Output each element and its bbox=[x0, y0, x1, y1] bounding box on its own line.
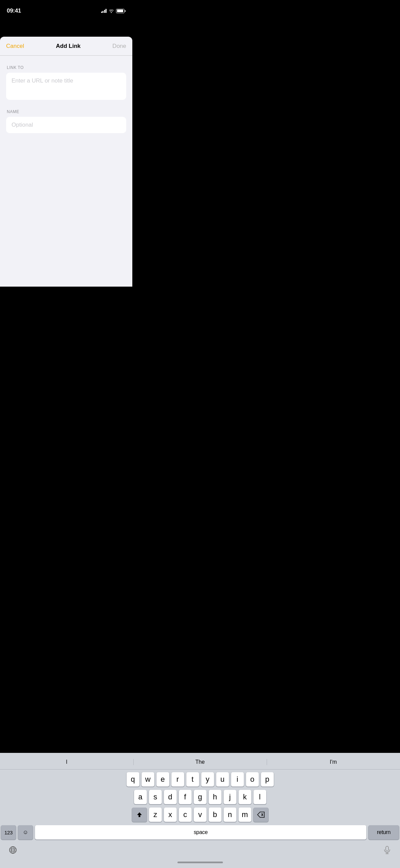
link-to-field-group: LINK TO Enter a URL or note title bbox=[6, 65, 126, 100]
nav-bar: Cancel Add Link Done bbox=[0, 37, 132, 56]
status-icons bbox=[101, 9, 126, 13]
link-to-label: LINK TO bbox=[6, 65, 126, 70]
name-input[interactable]: Optional bbox=[6, 117, 126, 133]
form-area: LINK TO Enter a URL or note title NAME O… bbox=[0, 56, 132, 133]
status-time: 09:41 bbox=[7, 7, 21, 14]
link-to-placeholder: Enter a URL or note title bbox=[12, 77, 73, 84]
nav-title: Add Link bbox=[56, 43, 81, 50]
status-bar: 09:41 bbox=[0, 0, 132, 17]
done-button[interactable]: Done bbox=[112, 43, 126, 50]
sheet: Cancel Add Link Done LINK TO Enter a URL… bbox=[0, 37, 132, 287]
wifi-icon bbox=[109, 9, 114, 13]
name-field-group: NAME Optional bbox=[6, 109, 126, 133]
name-label: NAME bbox=[6, 109, 126, 114]
cancel-button[interactable]: Cancel bbox=[6, 43, 24, 50]
name-placeholder: Optional bbox=[12, 122, 33, 128]
signal-icon bbox=[101, 9, 107, 13]
battery-icon bbox=[116, 9, 126, 13]
link-to-input[interactable]: Enter a URL or note title bbox=[6, 73, 126, 100]
